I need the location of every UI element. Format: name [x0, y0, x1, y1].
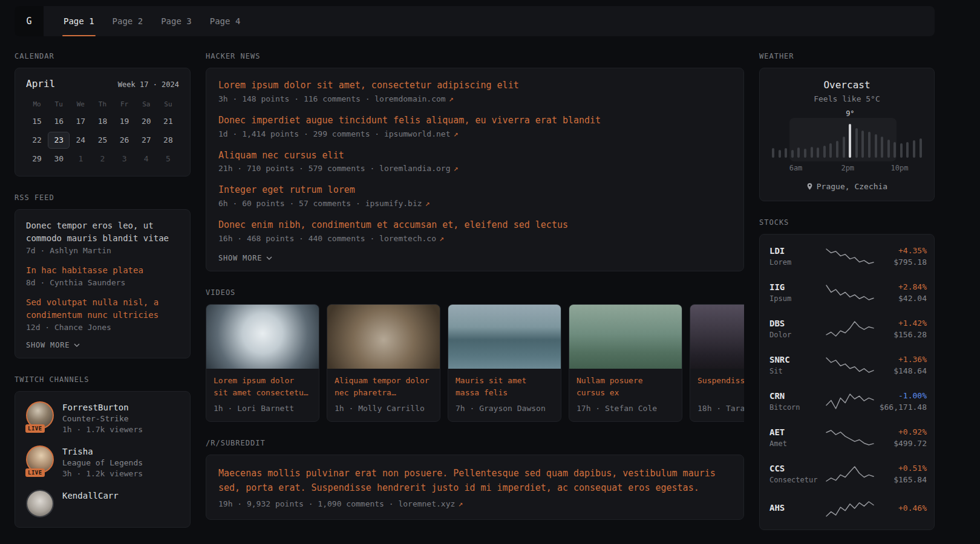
weather-location: Prague, Czechia — [769, 182, 924, 191]
hn-show-more-button[interactable]: SHOW MORE — [218, 254, 731, 262]
stock-row[interactable]: AETAmet +0.92%$499.72 — [769, 419, 924, 456]
video-caption: Nullam posuere cursus ex 17h · Stefan Co… — [569, 369, 682, 421]
stock-change: +4.35% — [874, 246, 927, 255]
video-title[interactable]: Suspendisse diam — [697, 375, 744, 399]
stock-row[interactable]: CRNBitcorn -1.00%$66,171.48 — [769, 383, 924, 419]
video-card[interactable]: Lorem ipsum dolor sit amet consectetu… 1… — [206, 304, 319, 422]
calendar-day: 21 — [157, 113, 179, 130]
section-title-hacker-news: HACKER NEWS — [206, 52, 744, 60]
stock-sparkline — [826, 356, 874, 374]
hn-item: Integer eget rutrum lorem 6h · 60 points… — [218, 184, 731, 208]
stock-row[interactable]: AHS +0.46% — [769, 492, 924, 526]
video-title[interactable]: Mauris sit amet massa felis — [456, 375, 554, 399]
rss-widget: RSS FEED Donec tempor eros leo, ut commo… — [15, 193, 191, 358]
calendar-day-next-month: 4 — [136, 151, 157, 167]
stock-change: +0.46% — [874, 504, 927, 513]
hn-item-title[interactable]: Aliquam nec cursus elit — [218, 149, 731, 163]
rss-item[interactable]: Sed volutpat nulla nisl, a condimentum n… — [26, 296, 179, 332]
external-link-icon[interactable]: ↗ — [454, 129, 459, 138]
calendar-card: April Week 17 · 2024 Mo Tu We Th Fr Sa S… — [15, 68, 191, 176]
twitch-card: LIVE ForrestBurton Counter-Strike 1h · 1… — [15, 391, 191, 528]
section-title-videos: VIDEOS — [206, 288, 744, 297]
external-link-icon[interactable]: ↗ — [458, 499, 463, 508]
video-meta: 7h · Grayson Dawson — [456, 404, 554, 413]
weather-hour-bar — [785, 148, 787, 158]
stock-sparkline — [826, 283, 874, 302]
live-badge: LIVE — [25, 424, 45, 433]
video-card[interactable]: Aliquam tempor dolor nec pharetra… 1h · … — [327, 304, 440, 422]
external-link-icon[interactable]: ↗ — [439, 234, 444, 243]
video-thumbnail[interactable] — [206, 305, 319, 369]
rss-item-title[interactable]: Sed volutpat nulla nisl, a condimentum n… — [26, 296, 179, 322]
video-thumbnail[interactable] — [327, 305, 440, 369]
stock-row[interactable]: CCSConsectetur +0.51%$165.84 — [769, 456, 924, 492]
external-link-icon[interactable]: ↗ — [449, 94, 454, 103]
rss-item[interactable]: In hac habitasse platea 8d · Cynthia Sau… — [26, 264, 179, 287]
hn-item-title[interactable]: Integer eget rutrum lorem — [218, 184, 731, 197]
video-thumbnail[interactable] — [448, 305, 561, 369]
weather-hour-bar — [829, 143, 832, 158]
external-link-icon[interactable]: ↗ — [454, 164, 459, 173]
twitch-channel[interactable]: LIVE Trisha League of Legends 3h · 1.2k … — [26, 445, 179, 478]
video-title[interactable]: Aliquam tempor dolor nec pharetra… — [335, 375, 433, 399]
weather-hour-bar — [804, 149, 806, 158]
stock-row[interactable]: DBSDolor +1.42%$156.28 — [769, 311, 924, 347]
rss-item[interactable]: Donec tempor eros leo, ut commodo mauris… — [26, 219, 179, 255]
video-card[interactable]: Mauris sit amet massa felis 7h · Grayson… — [448, 304, 561, 422]
hn-item: Aliquam nec cursus elit 21h · 710 points… — [218, 149, 731, 173]
calendar-day: 15 — [26, 113, 48, 130]
subreddit-card: Maecenas mollis pulvinar erat non posuer… — [206, 455, 744, 520]
stock-symbol: SNRC — [769, 355, 826, 364]
tab-page-2[interactable]: Page 2 — [103, 6, 152, 36]
stock-price: $795.18 — [874, 257, 927, 267]
calendar-day-next-month: 1 — [70, 151, 91, 167]
stock-row[interactable]: IIGIpsum +2.84%$42.04 — [769, 274, 924, 311]
stock-symbol: CCS — [769, 464, 826, 473]
hacker-news-card: Lorem ipsum dolor sit amet, consectetur … — [206, 68, 744, 271]
channel-name[interactable]: ForrestBurton — [62, 403, 143, 412]
calendar-day-grid: 15 16 17 18 19 20 21 22 23 24 25 26 27 2… — [26, 113, 179, 167]
channel-name[interactable]: KendallCarr — [62, 491, 119, 500]
stock-row[interactable]: SNRCSit +1.36%$148.64 — [769, 347, 924, 383]
rss-item-title[interactable]: In hac habitasse platea — [26, 264, 179, 277]
hn-item-title[interactable]: Donec imperdiet augue tincidunt felis al… — [218, 114, 731, 128]
hn-item-title[interactable]: Donec enim nibh, condimentum et accumsan… — [218, 219, 731, 232]
calendar-day-next-month: 2 — [91, 151, 113, 167]
rss-item-title[interactable]: Donec tempor eros leo, ut commodo mauris… — [26, 219, 179, 245]
video-card[interactable]: Suspendisse diam 18h · Tara — [690, 304, 744, 422]
twitch-channel[interactable]: LIVE KendallCarr — [26, 490, 179, 517]
weather-time-labels: 6am 2pm 10pm — [769, 164, 924, 172]
dow-label: Su — [157, 100, 179, 108]
rss-show-more-button[interactable]: SHOW MORE — [26, 341, 179, 349]
subreddit-widget: /R/SUBREDDIT Maecenas mollis pulvinar er… — [206, 439, 744, 520]
hn-item-title[interactable]: Lorem ipsum dolor sit amet, consectetur … — [218, 79, 731, 92]
tab-page-1[interactable]: Page 1 — [54, 6, 103, 36]
video-meta: 18h · Tara — [697, 404, 744, 413]
weather-location-text: Prague, Czechia — [817, 182, 887, 191]
video-card[interactable]: Nullam posuere cursus ex 17h · Stefan Co… — [569, 304, 682, 422]
subreddit-post-title[interactable]: Maecenas mollis pulvinar erat non posuer… — [218, 466, 731, 495]
video-title[interactable]: Nullam posuere cursus ex — [577, 375, 675, 399]
video-title[interactable]: Lorem ipsum dolor sit amet consectetu… — [214, 375, 312, 399]
subreddit-meta-text: 19h · 9,932 points · 1,090 comments · lo… — [218, 499, 455, 508]
video-meta: 1h · Lori Barnett — [214, 404, 312, 413]
weather-feels-like: Feels like 5°C — [769, 94, 924, 103]
app-logo[interactable]: G — [15, 6, 44, 36]
calendar-day: 28 — [157, 132, 179, 149]
twitch-channel[interactable]: LIVE ForrestBurton Counter-Strike 1h · 1… — [26, 401, 179, 434]
video-thumbnail[interactable] — [569, 305, 682, 369]
tab-page-4[interactable]: Page 4 — [201, 6, 250, 36]
tab-page-3[interactable]: Page 3 — [152, 6, 201, 36]
stock-price: $66,171.48 — [874, 403, 927, 412]
section-title-subreddit: /R/SUBREDDIT — [206, 439, 744, 447]
stock-row[interactable]: LDILorem +4.35%$795.18 — [769, 238, 924, 274]
video-thumbnail[interactable] — [690, 305, 744, 369]
hn-item-meta: 16h · 468 points · 440 comments · loremt… — [218, 234, 731, 243]
calendar-day-selected: 23 — [48, 132, 70, 149]
channel-name[interactable]: Trisha — [62, 447, 143, 456]
external-link-icon[interactable]: ↗ — [425, 199, 430, 208]
time-label: 6am — [789, 164, 803, 172]
weather-bars — [772, 124, 922, 158]
weather-hour-bar — [855, 128, 858, 158]
left-column: CALENDAR April Week 17 · 2024 Mo Tu We T… — [15, 52, 191, 544]
